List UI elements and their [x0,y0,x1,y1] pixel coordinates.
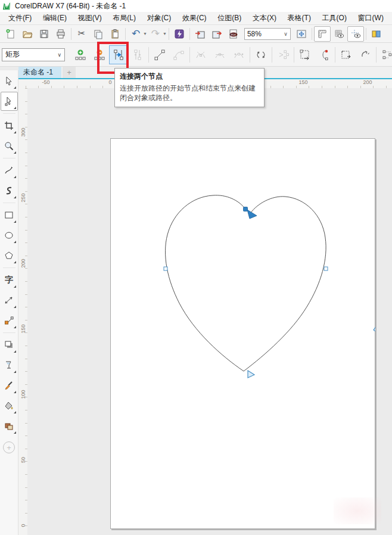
node-right[interactable] [324,267,328,270]
drop-shadow-tool[interactable] [1,335,18,354]
vruler-label: 150 [20,325,26,334]
ellipse-tool[interactable] [1,226,18,245]
break-node-button[interactable] [128,45,147,64]
menu-text[interactable]: 文本(X) [250,12,279,24]
new-tab-button[interactable]: + [63,67,76,78]
add-node-button[interactable] [71,45,90,64]
redo-button[interactable]: ↷ [147,26,164,42]
hruler-label: 0 [108,79,111,85]
hruler-label: -50 [42,79,49,85]
toolbar-separator [71,28,71,40]
toolbox-separator [3,203,15,203]
freehand-tool[interactable] [1,161,18,180]
menu-bar: 文件(F) 编辑(E) 视图(V) 布局(L) 对象(C) 效果(C) 位图(B… [0,12,392,25]
pick-tool[interactable] [1,71,18,91]
toolbox-separator [3,113,15,114]
node-top-selected[interactable] [244,207,248,211]
toolbar-separator [169,28,169,40]
show-guidelines-toggle[interactable] [347,26,364,42]
propbar-separator [294,47,294,63]
interactive-fill-tool[interactable] [1,416,18,436]
show-rulers-toggle[interactable] [314,26,331,42]
toolbox-separator [3,158,15,158]
shape-type-select[interactable]: 矩形 ∨ [2,48,65,61]
shape-tool[interactable] [1,92,18,111]
cusp-node-button[interactable] [191,45,210,64]
application-launcher-button[interactable] [171,26,188,42]
close-curve-button[interactable] [315,45,334,64]
menu-window[interactable]: 窗口(W) [356,12,386,24]
text-tool[interactable]: 字 [1,270,18,290]
export-button[interactable] [209,26,225,42]
menu-object[interactable]: 对象(C) [145,12,174,24]
symmetrical-node-button[interactable] [229,45,248,64]
toolbar-separator [125,28,126,40]
propbar-separator [250,47,250,63]
menu-effects[interactable]: 效果(C) [180,12,209,24]
menu-edit[interactable]: 编辑(E) [41,12,69,24]
paste-button[interactable] [107,26,123,42]
standard-toolbar: ✂ ↶ ▼ ↷ ▼ PDF 58% ∨ [0,25,392,43]
node-bottom-start[interactable] [374,325,375,333]
save-button[interactable] [36,26,52,42]
delete-node-button[interactable] [90,45,109,64]
convert-to-curve-button[interactable] [169,45,188,64]
rotate-skew-nodes-button[interactable] [356,45,375,64]
open-button[interactable] [19,26,36,42]
artistic-media-tool[interactable] [1,181,18,200]
align-nodes-button[interactable] [378,45,392,64]
extract-subpath-button[interactable] [273,45,293,64]
stretch-scale-nodes-button[interactable] [337,45,356,64]
copy-button[interactable] [90,26,107,42]
propbar-separator [335,47,335,63]
zoom-tool[interactable] [1,136,18,155]
shape-type-value: 矩形 [5,49,20,60]
vruler-label: 250 [20,194,26,203]
publish-pdf-button[interactable]: PDF [225,26,242,42]
tooltip-body: 连接开放路径的开始节点和结束节点来创建闭合对象或路径。 [120,83,259,102]
heart-curve-layer[interactable] [110,138,375,529]
svg-text:PDF: PDF [231,33,236,36]
menu-view[interactable]: 视图(V) [76,12,104,24]
menu-tools[interactable]: 工具(O) [320,12,349,24]
vruler-label: 200 [20,259,26,268]
transparency-tool[interactable] [1,356,18,375]
undo-button[interactable]: ↶ [127,26,144,42]
menu-layout[interactable]: 布局(L) [110,12,138,24]
vertical-ruler[interactable]: 300 250 200 150 100 50 0 [18,88,28,535]
fit-zoom-button[interactable] [293,26,310,42]
extend-curve-to-close-button[interactable] [295,45,315,64]
snap-to-menu-button[interactable] [368,26,385,42]
menu-table[interactable]: 表格(T) [285,12,313,24]
menu-bitmaps[interactable]: 位图(B) [215,12,244,24]
cut-button[interactable]: ✂ [73,26,90,42]
hruler-label: 200 [363,79,372,85]
menu-file[interactable]: 文件(F) [6,12,34,24]
convert-to-line-button[interactable] [150,45,169,64]
print-button[interactable] [52,26,69,42]
crop-tool[interactable] [1,116,18,135]
dimension-tool[interactable] [1,291,18,310]
toolbox-customize-button[interactable]: + [3,441,15,453]
polygon-tool[interactable] [1,246,18,265]
zoom-level-combo[interactable]: 58% ∨ [244,28,291,40]
reverse-direction-button[interactable] [251,45,270,64]
smooth-node-button[interactable] [210,45,229,64]
new-document-button[interactable] [2,26,19,42]
rectangle-tool[interactable] [1,206,18,225]
eyedropper-tool[interactable] [1,376,18,395]
connector-tool[interactable] [1,311,18,330]
import-button[interactable] [192,26,209,42]
propbar-separator [189,47,190,63]
document-tab[interactable]: 未命名 -1 [18,67,61,78]
shape-select-arrow: ∨ [57,52,61,58]
node-left[interactable] [164,267,167,270]
heart-curve[interactable] [166,195,326,371]
fill-tool[interactable] [1,396,18,415]
node-bottom-arrow[interactable] [248,371,254,378]
join-two-nodes-button[interactable] [109,45,128,64]
tooltip-title: 连接两个节点 [120,71,259,82]
show-grid-toggle[interactable] [331,26,347,42]
toolbox-separator [3,268,15,268]
app-window: CorelDRAW X7 (64-Bit) - 未命名 -1 文件(F) 编辑(… [0,0,392,535]
